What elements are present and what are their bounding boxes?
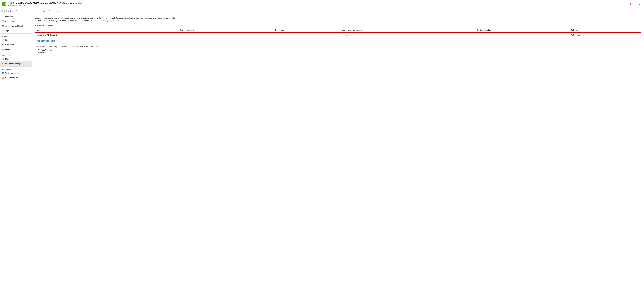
- header-actions: 📌 ··· ✕: [628, 2, 642, 6]
- feedback-icon: 💬: [48, 10, 50, 12]
- col-partner: Partner solution: [476, 28, 570, 32]
- sidebar-item-export-template[interactable]: 📤 Export template: [0, 75, 32, 80]
- metrics-icon: 📊: [2, 58, 4, 60]
- sidebar-item-label: Tags: [5, 29, 9, 32]
- cell-partner: -: [476, 32, 570, 38]
- toolbar: ↻ Refresh 💬 Feedback: [32, 8, 644, 14]
- sidebar-collapse-button[interactable]: «: [30, 10, 32, 12]
- sidebar-item-activity-log[interactable]: 📋 Activity log: [0, 19, 32, 23]
- locks-icon: 🔒: [2, 48, 4, 51]
- sidebar-item-label: Access control (IAM): [5, 25, 23, 27]
- col-name: Name: [35, 28, 178, 32]
- sidebar-item-properties[interactable]: ⚙ Properties: [0, 42, 32, 47]
- col-event-hub: Event hub: [274, 28, 339, 32]
- page-content: Diagnostic settings are used to configur…: [32, 14, 644, 286]
- sidebar-item-label: Locks: [5, 48, 10, 51]
- sidebar-search-container: 🔍 «: [0, 8, 32, 14]
- content-area: ↻ Refresh 💬 Feedback Diagnostic settings…: [32, 8, 644, 286]
- header-title-group: topic01stg-811a624a-8a77-437e-89de-dfeb5…: [8, 2, 628, 6]
- sidebar-item-label: Tasks (preview): [5, 72, 18, 74]
- cell-event-hub: -: [274, 32, 339, 38]
- activity-log-icon: 📋: [2, 20, 4, 22]
- list-item: AllMetrics: [38, 52, 641, 54]
- workspace-link[interactable]: workspace: [340, 34, 350, 36]
- tasks-icon: 👤: [2, 72, 4, 74]
- resource-icon: [2, 2, 6, 6]
- sidebar-item-diagnostic-settings[interactable]: ■ Diagnostic settings: [0, 61, 32, 66]
- sidebar-item-label: Diagnostic settings: [5, 63, 21, 65]
- pin-button[interactable]: 📌: [628, 2, 632, 6]
- monitoring-section-label: Monitoring: [0, 52, 32, 57]
- click-note: Click 'Add Diagnostic setting' above to …: [35, 46, 641, 48]
- list-item: DeliveryFailures: [38, 49, 641, 51]
- export-template-icon: 📤: [2, 77, 4, 79]
- col-edit: Edit setting: [570, 28, 641, 32]
- sidebar-item-label: Export template: [5, 77, 18, 79]
- sidebar: 🔍 « ≡ Overview 📋 Activity log 👤 Access c…: [0, 8, 32, 286]
- col-storage: Storage account: [178, 28, 274, 32]
- settings-section-label: Settings: [0, 33, 32, 38]
- section-title: Diagnostic settings: [35, 24, 641, 26]
- overview-icon: ≡: [2, 15, 4, 18]
- refresh-icon: ↻: [36, 10, 37, 12]
- header-title: topic01stg-811a624a-8a77-437e-89de-dfeb5…: [8, 2, 628, 4]
- feedback-button[interactable]: 💬 Feedback: [46, 9, 60, 13]
- sidebar-item-label: Metrics: [5, 58, 12, 60]
- identity-icon: 💡: [2, 39, 4, 41]
- automation-section-label: Automation: [0, 66, 32, 71]
- sidebar-item-metrics[interactable]: 📊 Metrics: [0, 57, 32, 61]
- sidebar-item-label: Overview: [5, 15, 13, 18]
- sidebar-item-identity[interactable]: 💡 Identity: [0, 38, 32, 42]
- sidebar-item-access-control[interactable]: 👤 Access control (IAM): [0, 23, 32, 28]
- cell-edit[interactable]: Edit setting: [570, 32, 641, 38]
- cell-name: systemtopic01-diagnosti...: [35, 32, 178, 38]
- header-subtitle: Event Grid System Topic: [8, 4, 628, 6]
- search-input[interactable]: [4, 9, 29, 13]
- sidebar-item-label: Activity log: [5, 20, 14, 22]
- page-description: Diagnostic settings are used to configur…: [35, 17, 182, 22]
- cell-log-analytics[interactable]: workspace: [339, 32, 476, 38]
- col-log-analytics: Log Analytics workspace: [339, 28, 476, 32]
- header: topic01stg-811a624a-8a77-437e-89de-dfeb5…: [0, 0, 644, 8]
- search-icon: 🔍: [1, 10, 4, 12]
- sidebar-item-tags[interactable]: 🏷 Tags: [0, 28, 32, 33]
- add-diagnostic-setting-button[interactable]: + Add diagnostic setting: [35, 39, 55, 43]
- more-button[interactable]: ···: [634, 2, 637, 6]
- edit-setting-link[interactable]: Edit setting: [571, 34, 580, 36]
- sidebar-item-tasks[interactable]: 👤 Tasks (preview): [0, 71, 32, 75]
- bullet-list: DeliveryFailures AllMetrics: [38, 49, 641, 54]
- sidebar-item-label: Identity: [5, 39, 12, 41]
- cell-storage: -: [178, 32, 274, 38]
- access-control-icon: 👤: [2, 25, 4, 27]
- diagnostic-settings-icon: ■: [2, 62, 4, 65]
- sidebar-item-label: Properties: [5, 44, 14, 46]
- tags-icon: 🏷: [2, 29, 4, 32]
- close-button[interactable]: ✕: [638, 2, 642, 6]
- sidebar-item-overview[interactable]: ≡ Overview: [0, 14, 32, 19]
- sidebar-item-locks[interactable]: 🔒 Locks: [0, 47, 32, 52]
- table-body: systemtopic01-diagnosti... - - workspace…: [35, 32, 641, 38]
- learn-more-link[interactable]: Learn more about diagnostic settings: [90, 19, 119, 22]
- diagnostic-settings-table: Name Storage account Event hub Log Analy…: [35, 28, 641, 38]
- table-row: systemtopic01-diagnosti... - - workspace…: [35, 32, 641, 38]
- refresh-button[interactable]: ↻ Refresh: [34, 9, 46, 13]
- table-header: Name Storage account Event hub Log Analy…: [35, 28, 641, 32]
- properties-icon: ⚙: [2, 44, 4, 46]
